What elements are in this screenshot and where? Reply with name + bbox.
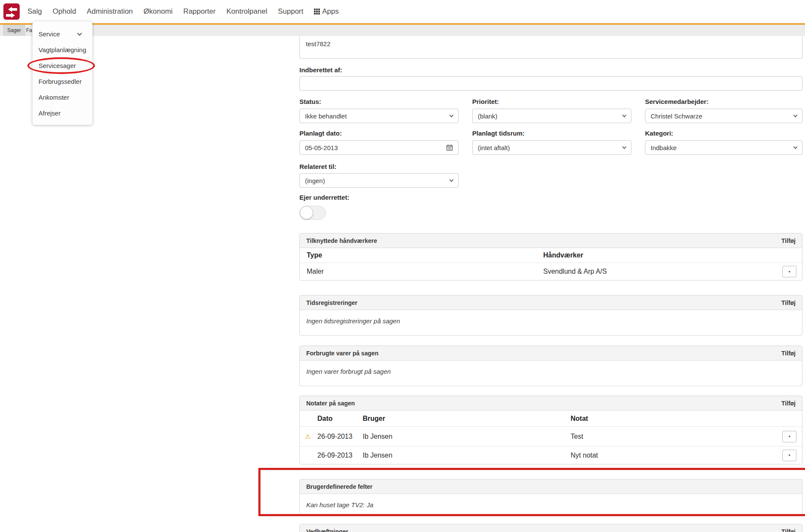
planlagt-tidsrum-value: (intet aftalt) xyxy=(478,144,510,151)
nav-item-ophold[interactable]: Ophold xyxy=(53,7,76,16)
row-actions-button[interactable]: ▼ xyxy=(782,449,796,461)
add-tidsregistrering-button[interactable]: Tilføj xyxy=(781,299,796,306)
description-textarea[interactable]: test7822 xyxy=(299,36,802,59)
section-header: Brugerdefinerede felter xyxy=(300,479,802,494)
servicemedarbejder-value: Christel Schwarze xyxy=(651,112,702,120)
service-dropdown-menu: Service Vagtplanlægning Servicesager For… xyxy=(33,21,92,125)
tab-sager[interactable]: Sager xyxy=(3,25,25,36)
nav-item-apps[interactable]: Apps xyxy=(314,7,339,16)
status-select[interactable]: Ikke behandlet xyxy=(299,109,459,123)
nav-item-okonomi[interactable]: Økonomi xyxy=(144,7,173,16)
servicemedarbejder-select[interactable]: Christel Schwarze xyxy=(645,109,802,123)
menu-item-service[interactable]: Service xyxy=(33,26,92,42)
add-notat-button[interactable]: Tilføj xyxy=(781,400,796,407)
add-handvaerker-button[interactable]: Tilføj xyxy=(781,237,796,244)
logo-arrow-right-icon xyxy=(6,13,15,18)
menu-item-forbrugssedler[interactable]: Forbrugssedler xyxy=(33,74,92,89)
chevron-down-icon xyxy=(450,113,454,117)
section-title: Notater på sagen xyxy=(306,400,355,407)
relateret-til-select[interactable]: (ingen) xyxy=(299,173,459,188)
table-row: Maler Svendlund & Arp A/S ▼ xyxy=(300,263,802,280)
chevron-down-icon xyxy=(793,113,798,117)
column-header-dato: Dato xyxy=(317,415,333,423)
section-header: Vedhæftninger Tilføj xyxy=(300,524,802,532)
prioritet-label: Prioritet: xyxy=(472,98,499,105)
chevron-down-icon xyxy=(793,145,798,149)
nav-menu: Salg Ophold Administration Økonomi Rappo… xyxy=(27,0,339,23)
add-vedhaeftning-button[interactable]: Tilføj xyxy=(781,528,796,532)
menu-item-afrejser[interactable]: Afrejser xyxy=(33,105,92,121)
column-header-handvaerker: Håndværker xyxy=(543,251,583,259)
cell-dato: 26-09-2013 xyxy=(317,452,352,459)
status-label: Status: xyxy=(299,98,321,105)
section-brugerdefinerede: Brugerdefinerede felter Kan huset tage T… xyxy=(299,479,802,514)
tab-bar: Fa Sager xyxy=(0,25,805,36)
section-vedhaeftninger: Vedhæftninger Tilføj xyxy=(299,524,802,532)
cell-type: Maler xyxy=(307,268,324,275)
planlagt-dato-value: 05-05-2013 xyxy=(305,144,338,151)
kategori-select[interactable]: Indbakke xyxy=(645,140,802,155)
caret-down-icon: ▼ xyxy=(788,435,791,438)
table-header-row: Dato Bruger Notat xyxy=(300,411,802,427)
section-title: Tilknyttede håndværkere xyxy=(306,237,377,244)
kategori-value: Indbakke xyxy=(651,144,677,151)
app-window: Salg Ophold Administration Økonomi Rappo… xyxy=(0,0,805,532)
caret-down-icon: ▼ xyxy=(788,270,791,273)
cell-bruger: Ib Jensen xyxy=(363,433,392,440)
menu-item-service-label: Service xyxy=(38,30,60,38)
section-handvaerkere: Tilknyttede håndværkere Tilføj Type Hånd… xyxy=(299,233,802,281)
ejer-underrettet-toggle[interactable] xyxy=(299,206,326,220)
nav-item-administration[interactable]: Administration xyxy=(87,7,133,16)
cell-handvaerker: Svendlund & Arp A/S xyxy=(543,268,607,275)
status-value: Ikke behandlet xyxy=(305,112,347,120)
nav-item-kontrolpanel[interactable]: Kontrolpanel xyxy=(226,7,267,16)
app-logo-icon[interactable] xyxy=(3,3,20,20)
prioritet-select[interactable]: (blank) xyxy=(472,109,631,123)
menu-item-vagtplanlaegning[interactable]: Vagtplanlægning xyxy=(33,42,92,58)
nav-item-support[interactable]: Support xyxy=(278,7,304,16)
cell-notat: Test xyxy=(571,433,583,440)
section-title: Brugerdefinerede felter xyxy=(306,483,373,490)
column-header-bruger: Bruger xyxy=(363,415,385,423)
toggle-knob xyxy=(300,206,313,219)
empty-state-text: Ingen tidsregistreringer på sagen xyxy=(300,310,802,335)
row-actions-button[interactable]: ▼ xyxy=(782,431,796,442)
section-header: Forbrugte varer på sagen Tilføj xyxy=(300,346,802,361)
section-header: Notater på sagen Tilføj xyxy=(300,396,802,411)
indberettet-af-input[interactable] xyxy=(299,76,802,91)
custom-field-text: Kan huset tage TV2: Ja xyxy=(300,494,802,508)
servicemedarbejder-label: Servicemedarbejder: xyxy=(645,98,708,105)
planlagt-tidsrum-label: Planlagt tidsrum: xyxy=(472,130,525,137)
apps-grid-icon xyxy=(314,9,320,15)
planlagt-dato-input[interactable]: 05-05-2013 xyxy=(299,140,459,155)
nav-item-rapporter[interactable]: Rapporter xyxy=(183,7,216,16)
top-navbar: Salg Ophold Administration Økonomi Rappo… xyxy=(0,0,805,23)
table-header-row: Type Håndværker xyxy=(300,248,802,263)
chevron-down-icon xyxy=(622,113,627,117)
column-header-type: Type xyxy=(307,251,322,259)
empty-state-text: Ingen varer forbrugt på sagen xyxy=(300,361,802,386)
ejer-underrettet-label: Ejer underrettet: xyxy=(299,194,349,201)
nav-item-salg[interactable]: Salg xyxy=(27,7,42,16)
warning-icon: ⚠ xyxy=(305,433,311,440)
planlagt-tidsrum-select[interactable]: (intet aftalt) xyxy=(472,140,631,155)
menu-item-servicesager[interactable]: Servicesager xyxy=(33,58,92,74)
logo-arrow-left-icon xyxy=(8,7,17,12)
planlagt-dato-label: Planlagt dato: xyxy=(299,130,342,137)
accent-divider xyxy=(0,23,805,25)
add-vare-button[interactable]: Tilføj xyxy=(781,350,796,357)
column-header-notat: Notat xyxy=(571,415,588,423)
menu-item-ankomster[interactable]: Ankomster xyxy=(33,89,92,105)
chevron-down-icon xyxy=(622,145,627,149)
section-header: Tilknyttede håndværkere Tilføj xyxy=(300,233,802,248)
section-notater: Notater på sagen Tilføj Dato Bruger Nota… xyxy=(299,396,802,464)
section-tidsregistreringer: Tidsregistreringer Tilføj Ingen tidsregi… xyxy=(299,295,802,336)
section-header: Tidsregistreringer Tilføj xyxy=(300,296,802,310)
prioritet-value: (blank) xyxy=(478,112,497,120)
cell-bruger: Ib Jensen xyxy=(363,452,392,459)
row-actions-button[interactable]: ▼ xyxy=(782,266,796,278)
section-title: Forbrugte varer på sagen xyxy=(306,350,379,357)
calendar-icon[interactable] xyxy=(446,144,453,151)
table-row: 26-09-2013 Ib Jensen Nyt notat ▼ xyxy=(300,446,802,464)
chevron-down-icon xyxy=(77,31,82,35)
